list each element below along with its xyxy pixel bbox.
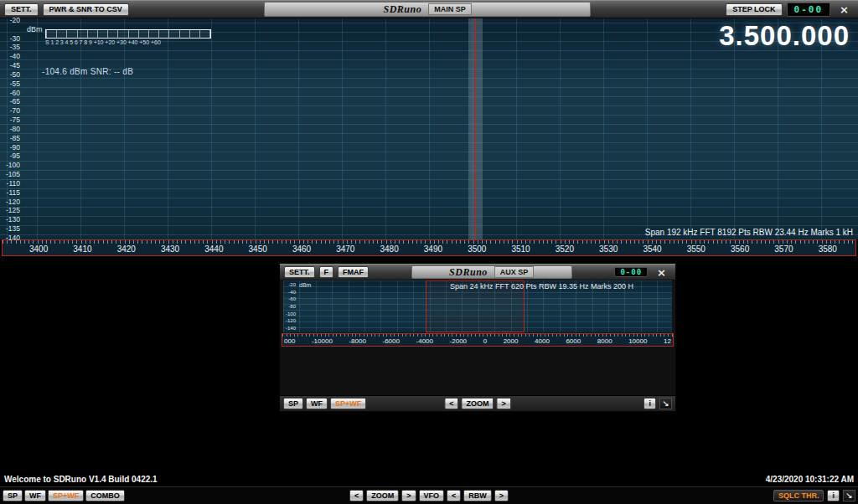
db-scale: -20-30-35-40-45-50-55-60-65-70-75-80-85-… bbox=[0, 17, 22, 241]
frequency-tick-label: 3580 bbox=[819, 244, 837, 254]
s-meter-tick-label: 1 bbox=[50, 39, 54, 45]
db-tick-label: -80 bbox=[288, 303, 296, 310]
aux-spectrum-display[interactable]: -20-40-60-80-100-120-140 dBm Span 24 kHz… bbox=[283, 280, 672, 332]
frequency-tick-label: 000 bbox=[284, 337, 295, 345]
rbw-decrease-button[interactable]: < bbox=[447, 490, 461, 501]
aux-fmaf-button[interactable]: FMAF bbox=[338, 266, 369, 278]
combo-view-button[interactable]: COMBO bbox=[85, 490, 125, 501]
db-tick-label: -20 bbox=[288, 281, 296, 288]
frequency-tick-label: 3460 bbox=[292, 244, 311, 254]
aux-wf-view-button[interactable]: WF bbox=[306, 398, 328, 409]
main-settings-button[interactable]: SETT. bbox=[4, 3, 39, 16]
db-tick-label: -105 bbox=[6, 171, 20, 177]
aux-sp-window: SETT. F FMAF SDRuno AUX SP 0-00 × -20-40… bbox=[279, 263, 676, 412]
pwr-snr-to-csv-button[interactable]: PWR & SNR TO CSV bbox=[43, 3, 129, 16]
db-tick-label: -110 bbox=[7, 180, 20, 187]
frequency-tick-label: 3440 bbox=[204, 244, 223, 254]
frequency-tick-label: -2000 bbox=[450, 337, 467, 345]
s-meter-scale: S123456789+10+20+30+40+50+60 bbox=[45, 39, 161, 45]
frequency-tick-label: 3530 bbox=[599, 244, 618, 254]
dbm-unit-label: dBm bbox=[299, 282, 311, 288]
db-tick-label: -100 bbox=[6, 162, 20, 168]
aux-sp-wf-view-button[interactable]: SP+WF bbox=[330, 398, 366, 409]
aux-resize-handle-icon[interactable]: ↘ bbox=[659, 398, 672, 409]
aux-zoom-out-button[interactable]: < bbox=[444, 398, 458, 409]
frequency-tick-label: 3420 bbox=[117, 244, 136, 254]
aux-frequency-axis[interactable]: 000-10000-8000-6000-4000-200002000400060… bbox=[282, 333, 674, 347]
frequency-tick-label: 3450 bbox=[249, 244, 267, 254]
aux-settings-button[interactable]: SETT. bbox=[284, 266, 315, 278]
aux-frequency-axis-labels: 000-10000-8000-6000-4000-200002000400060… bbox=[282, 337, 673, 345]
frequency-display[interactable]: 3.500.000 bbox=[719, 20, 850, 52]
zoom-out-button[interactable]: < bbox=[349, 490, 364, 501]
s-meter-tick-label: 4 bbox=[65, 39, 69, 45]
frequency-tick-label: 3480 bbox=[380, 244, 399, 254]
frequency-tick-label: 2000 bbox=[504, 337, 519, 345]
frequency-tick-label: 3490 bbox=[424, 244, 442, 254]
close-icon[interactable]: × bbox=[652, 266, 671, 279]
frequency-tick-label: 6000 bbox=[566, 337, 581, 345]
db-tick-label: -120 bbox=[286, 317, 296, 324]
db-tick-label: -130 bbox=[6, 216, 20, 223]
squelch-threshold-button[interactable]: SQLC THR. bbox=[773, 490, 824, 501]
main-timer-display[interactable]: 0-00 bbox=[787, 3, 831, 17]
main-sp-window: SETT. PWR & SNR TO CSV SDRuno MAIN SP ST… bbox=[0, 0, 858, 259]
main-frequency-axis[interactable]: 3400341034203430344034503460347034803490… bbox=[2, 239, 856, 256]
s-meter-tick-label: +40 bbox=[128, 39, 138, 45]
s-meter-tick-label: 5 bbox=[70, 39, 73, 45]
frequency-tick-label: 8000 bbox=[597, 337, 612, 345]
app-resize-handle-icon[interactable]: ↘ bbox=[843, 490, 855, 501]
db-tick-label: -85 bbox=[10, 135, 20, 141]
aux-sp-titlebar[interactable]: SETT. F FMAF SDRuno AUX SP 0-00 × bbox=[280, 264, 675, 280]
aux-f-button[interactable]: F bbox=[319, 266, 334, 278]
sp-wf-view-button[interactable]: SP+WF bbox=[48, 490, 84, 501]
datetime-display: 4/23/2020 10:31:22 AM bbox=[766, 475, 854, 484]
sp-view-button[interactable]: SP bbox=[3, 490, 23, 501]
s-meter-tick-label: 8 bbox=[84, 39, 87, 45]
frequency-tick-label: 3410 bbox=[73, 244, 91, 254]
db-tick-label: -60 bbox=[10, 90, 20, 96]
tuned-frequency-line bbox=[475, 18, 476, 239]
db-tick-label: -120 bbox=[6, 198, 20, 205]
frequency-tick-label: 10000 bbox=[628, 337, 647, 345]
sdruno-logo: SDRuno bbox=[449, 266, 488, 279]
power-snr-readout: -104.6 dBm SNR: -- dB bbox=[42, 67, 133, 76]
aux-sp-view-button[interactable]: SP bbox=[283, 398, 303, 409]
db-tick-label: -75 bbox=[10, 116, 20, 123]
db-tick-label: -80 bbox=[10, 126, 20, 132]
sdruno-logo: SDRuno bbox=[383, 3, 421, 16]
aux-span-info: Span 24 kHz FFT 620 Pts RBW 19.35 Hz Mar… bbox=[450, 282, 633, 291]
db-tick-label: -95 bbox=[10, 152, 20, 159]
db-tick-label: -40 bbox=[288, 289, 296, 296]
frequency-tick-label: 3430 bbox=[161, 244, 179, 254]
frequency-tick-label: 3500 bbox=[468, 244, 486, 254]
main-sp-title: SDRuno MAIN SP bbox=[264, 2, 591, 17]
aux-waterfall-area bbox=[280, 347, 675, 395]
center-controls: < ZOOM > VFO < RBW > bbox=[349, 490, 509, 501]
main-spectrum-display[interactable]: -20-30-35-40-45-50-55-60-65-70-75-80-85-… bbox=[0, 18, 858, 239]
bottom-toolbar: SP WF SP+WF COMBO < ZOOM > VFO < RBW > S… bbox=[0, 486, 858, 504]
db-tick-label: -100 bbox=[286, 311, 296, 317]
frequency-tick-label: 3520 bbox=[556, 244, 574, 254]
status-bar: Welcome to SDRuno V1.4 Build 0422.1 4/23… bbox=[0, 472, 858, 486]
step-lock-button[interactable]: STEP LOCK bbox=[726, 3, 782, 16]
aux-info-button[interactable]: i bbox=[644, 398, 656, 409]
db-tick-label: -135 bbox=[6, 225, 20, 232]
s-meter: S123456789+10+20+30+40+50+60 bbox=[45, 29, 211, 45]
frequency-tick-label: -6000 bbox=[382, 337, 399, 345]
aux-zoom-in-button[interactable]: > bbox=[497, 398, 511, 409]
db-tick-label: -55 bbox=[10, 80, 20, 87]
zoom-label: ZOOM bbox=[366, 490, 399, 501]
info-button[interactable]: i bbox=[827, 490, 840, 501]
db-tick-label: -125 bbox=[6, 207, 20, 213]
vfo-button[interactable]: VFO bbox=[418, 490, 444, 501]
aux-timer-display[interactable]: 0-00 bbox=[614, 267, 648, 277]
db-tick-label: -20 bbox=[10, 17, 20, 23]
close-icon[interactable]: × bbox=[835, 3, 854, 16]
zoom-in-button[interactable]: > bbox=[401, 490, 416, 501]
wf-view-button[interactable]: WF bbox=[24, 490, 46, 501]
main-sp-titlebar[interactable]: SETT. PWR & SNR TO CSV SDRuno MAIN SP ST… bbox=[0, 0, 858, 18]
main-sp-window-label: MAIN SP bbox=[428, 3, 472, 15]
rbw-increase-button[interactable]: > bbox=[494, 490, 509, 501]
frequency-tick-label: 12 bbox=[664, 337, 671, 345]
